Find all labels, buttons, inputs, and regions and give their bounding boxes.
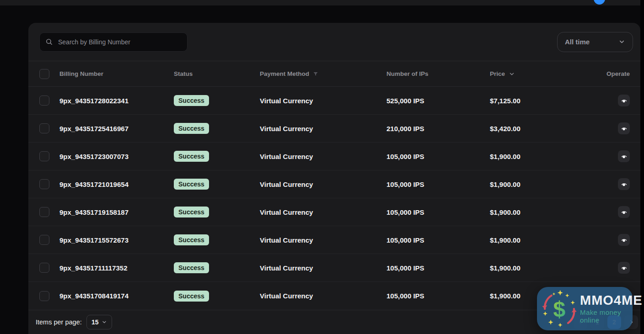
price-cell: $7,125.00 (490, 97, 572, 105)
column-header-status: Status (174, 70, 260, 77)
view-details-button[interactable] (618, 206, 630, 218)
payment-method-cell: Virtual Currency (260, 292, 386, 300)
watermark-title: MMO4ME (580, 293, 643, 307)
column-header-number-of-ips: Number of IPs (386, 70, 490, 77)
window-edge (640, 0, 644, 334)
row-checkbox[interactable] (39, 151, 49, 161)
price-cell: $1,900.00 (490, 208, 572, 216)
view-details-button[interactable] (618, 122, 630, 134)
table-header-row: Billing Number Status Payment Method Num… (28, 61, 640, 87)
payment-method-cell: Virtual Currency (260, 264, 386, 272)
chevron-down-icon (102, 319, 107, 325)
items-per-page-select[interactable]: 15 (86, 315, 112, 329)
table-toolbar: All time (28, 23, 640, 61)
payment-method-cell: Virtual Currency (260, 180, 386, 188)
payment-method-cell: Virtual Currency (260, 236, 386, 244)
price-cell: $1,900.00 (490, 264, 572, 272)
column-header-operate: Operate (572, 70, 630, 77)
row-checkbox[interactable] (39, 235, 49, 245)
table-row: 9px_94351715572673 Success Virtual Curre… (28, 226, 640, 254)
billing-number-cell: 9px_94351723007073 (59, 153, 174, 160)
top-navigation-bar (0, 0, 640, 5)
sort-chevron-down-icon[interactable] (509, 71, 515, 77)
ips-cell: 105,000 IPS (386, 180, 490, 188)
billing-number-cell: 9px_94351715572673 (59, 236, 174, 244)
select-all-checkbox[interactable] (39, 69, 49, 79)
column-header-payment-method[interactable]: Payment Method (260, 70, 386, 77)
ips-cell: 210,000 IPS (386, 125, 490, 133)
billing-number-cell: 9px_94351711117352 (59, 264, 174, 272)
status-badge: Success (174, 234, 209, 245)
items-per-page-value: 15 (91, 318, 99, 326)
table-row: 9px_94351711117352 Success Virtual Curre… (28, 254, 640, 282)
ips-cell: 105,000 IPS (386, 236, 490, 244)
row-checkbox[interactable] (39, 123, 49, 133)
payment-method-cell: Virtual Currency (260, 125, 386, 133)
status-badge: Success (174, 207, 209, 217)
status-badge: Success (174, 95, 209, 106)
payment-method-cell: Virtual Currency (260, 208, 386, 216)
status-badge: Success (174, 179, 209, 190)
ips-cell: 105,000 IPS (386, 153, 490, 160)
ips-cell: 105,000 IPS (386, 264, 490, 272)
status-badge: Success (174, 291, 209, 302)
status-badge: Success (174, 151, 209, 162)
eye-icon (621, 209, 628, 216)
table-row: 9px_94351725416967 Success Virtual Curre… (28, 115, 640, 143)
table-body: 9px_94351728022341 Success Virtual Curre… (28, 87, 640, 310)
ips-cell: 525,000 IPS (386, 97, 490, 105)
eye-icon (621, 181, 628, 188)
mmo4me-logo-icon: $ (540, 289, 579, 329)
ips-cell: 105,000 IPS (386, 292, 490, 300)
row-checkbox[interactable] (39, 207, 49, 217)
row-checkbox[interactable] (39, 263, 49, 273)
eye-icon (621, 125, 628, 132)
billing-number-cell: 9px_94351721019654 (59, 180, 174, 188)
chevron-down-icon (618, 38, 625, 45)
column-header-billing-number: Billing Number (59, 70, 174, 77)
row-checkbox[interactable] (39, 291, 49, 301)
payment-method-cell: Virtual Currency (260, 153, 386, 160)
row-checkbox[interactable] (39, 179, 49, 189)
view-details-button[interactable] (618, 234, 630, 246)
search-box[interactable] (39, 32, 188, 52)
billing-number-cell: 9px_94351708419174 (59, 292, 174, 300)
price-cell: $1,900.00 (490, 153, 572, 160)
billing-number-cell: 9px_94351719158187 (59, 208, 174, 216)
time-filter-select[interactable]: All time (557, 32, 633, 52)
eye-icon (621, 97, 628, 104)
watermark-subtitle: Make money online (580, 308, 643, 324)
status-badge: Success (174, 123, 209, 134)
search-icon (45, 38, 53, 46)
row-checkbox[interactable] (39, 95, 49, 106)
mmo4me-watermark: $ MMO4ME Make money online (537, 287, 633, 330)
time-filter-value: All time (565, 38, 590, 46)
filter-icon[interactable] (313, 71, 318, 77)
billing-number-cell: 9px_94351725416967 (59, 125, 174, 133)
view-details-button[interactable] (618, 178, 630, 190)
billing-number-cell: 9px_94351728022341 (59, 97, 174, 105)
billing-history-page: All time Billing Number Status Payment M… (0, 0, 644, 334)
status-badge: Success (174, 262, 209, 273)
table-row: 9px_94351728022341 Success Virtual Curre… (28, 87, 640, 115)
view-details-button[interactable] (618, 150, 630, 162)
eye-icon (621, 237, 628, 244)
items-per-page-label: Items per page: (36, 318, 82, 326)
ips-cell: 105,000 IPS (386, 208, 490, 216)
svg-text:$: $ (553, 297, 566, 321)
column-header-price[interactable]: Price (490, 70, 572, 77)
table-row: 9px_94351719158187 Success Virtual Curre… (28, 198, 640, 226)
payment-method-cell: Virtual Currency (260, 97, 386, 105)
eye-icon (621, 153, 628, 160)
price-cell: $1,900.00 (490, 236, 572, 244)
view-details-button[interactable] (618, 95, 630, 106)
price-cell: $1,900.00 (490, 180, 572, 188)
eye-icon (621, 265, 628, 271)
view-details-button[interactable] (618, 262, 630, 274)
table-row: 9px_94351723007073 Success Virtual Curre… (28, 143, 640, 170)
table-row: 9px_94351721019654 Success Virtual Curre… (28, 170, 640, 198)
price-cell: $3,420.00 (490, 125, 572, 133)
search-input[interactable] (57, 38, 182, 46)
